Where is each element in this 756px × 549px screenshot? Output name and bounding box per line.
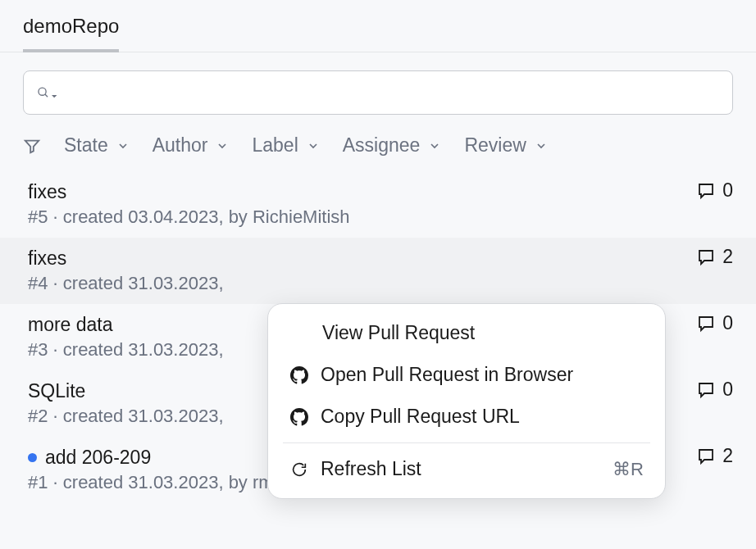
filter-author-label: Author (153, 134, 208, 157)
filter-author[interactable]: Author (153, 134, 230, 157)
refresh-icon (289, 460, 309, 479)
chevron-down-icon (535, 139, 548, 152)
filter-icon[interactable] (23, 137, 41, 155)
github-icon (289, 407, 309, 427)
pr-comment-count: 0 (722, 179, 733, 202)
pr-title: add 206-209 (45, 447, 151, 469)
menu-open-browser[interactable]: Open Pull Request in Browser (268, 354, 665, 396)
chevron-down-icon (216, 139, 229, 152)
pr-title: fixes (28, 181, 66, 203)
comment-icon (696, 247, 716, 267)
list-item[interactable]: fixes #5 · created 03.04.2023, by Richie… (0, 171, 756, 238)
menu-item-label: Copy Pull Request URL (321, 406, 520, 428)
menu-item-label: Refresh List (321, 458, 421, 480)
filter-state-label: State (64, 134, 108, 157)
pr-meta: #4 · created 31.03.2023, (28, 273, 733, 294)
menu-view-pr[interactable]: View Pull Request (268, 312, 665, 354)
chevron-down-icon (428, 139, 441, 152)
svg-point-0 (39, 88, 46, 95)
comment-icon (696, 181, 716, 201)
filters-row: State Author Label Assignee Review (0, 115, 756, 171)
menu-item-label: Open Pull Request in Browser (321, 364, 573, 386)
pr-comment-count: 2 (722, 246, 733, 268)
pr-title: fixes (28, 247, 66, 270)
svg-line-1 (45, 94, 48, 97)
list-item[interactable]: fixes #4 · created 31.03.2023, 2 (0, 238, 756, 304)
menu-shortcut: ⌘R (613, 459, 644, 480)
filter-assignee[interactable]: Assignee (343, 134, 442, 157)
filter-state[interactable]: State (64, 134, 130, 157)
repo-tab[interactable]: demoRepo (23, 15, 119, 52)
filter-review[interactable]: Review (464, 134, 547, 157)
search-icon (37, 83, 57, 102)
chevron-down-icon (116, 139, 130, 152)
filter-review-label: Review (464, 134, 526, 157)
menu-separator (283, 442, 650, 443)
pr-title: more data (28, 314, 113, 336)
comment-icon (696, 447, 716, 466)
unread-dot-icon (28, 453, 37, 462)
chevron-down-icon (307, 139, 320, 152)
menu-copy-url[interactable]: Copy Pull Request URL (268, 396, 665, 438)
search-input[interactable] (23, 70, 733, 115)
filter-label-label: Label (252, 134, 298, 157)
pr-comment-count: 0 (722, 379, 733, 401)
comment-icon (696, 314, 716, 333)
menu-item-label: View Pull Request (322, 322, 475, 344)
filter-assignee-label: Assignee (343, 134, 421, 157)
pr-comment-count: 0 (722, 312, 733, 334)
pr-title: SQLite (28, 380, 85, 402)
pr-meta: #5 · created 03.04.2023, by RichieMitish (28, 206, 733, 228)
comment-icon (696, 380, 716, 400)
menu-refresh[interactable]: Refresh List ⌘R (268, 448, 665, 490)
context-menu: View Pull Request Open Pull Request in B… (267, 303, 666, 499)
pr-comment-count: 2 (722, 445, 733, 467)
filter-label[interactable]: Label (252, 134, 319, 157)
github-icon (289, 365, 309, 385)
